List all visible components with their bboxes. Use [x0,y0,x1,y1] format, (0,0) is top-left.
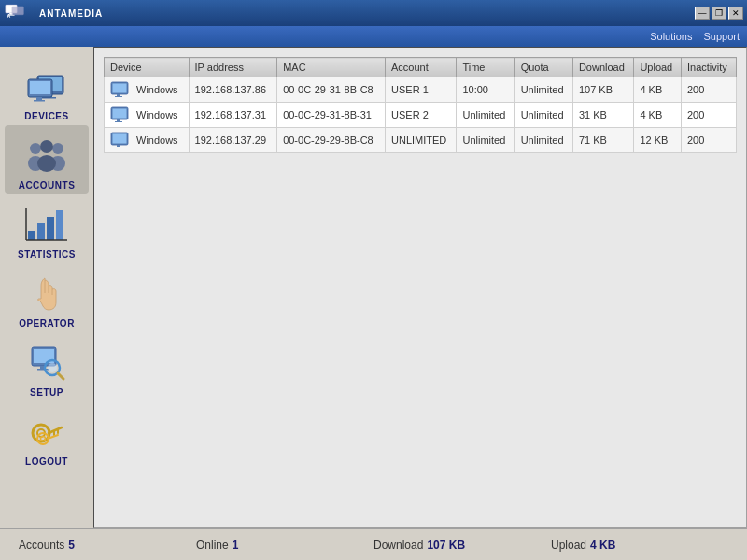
cell-download: 107 KB [572,77,633,103]
svg-point-19 [37,155,56,172]
svg-rect-11 [30,81,50,94]
sidebar-label-devices: DEVICES [24,111,68,121]
upload-value: 4 KB [590,539,615,552]
svg-rect-22 [47,217,54,240]
window-controls[interactable]: — ❐ ✕ [695,7,743,20]
sidebar-label-setup: SETUP [30,387,63,398]
svg-point-14 [30,143,41,154]
svg-point-18 [40,140,53,153]
table-row[interactable]: Windows192.168.137.3100-0C-29-31-8B-31US… [105,103,737,128]
sidebar-item-logout[interactable]: LOGOUT [5,401,89,470]
sidebar-item-devices[interactable]: DEVICES [5,56,89,125]
logout-icon [24,409,69,454]
restore-button[interactable]: ❐ [712,7,726,20]
accounts-label: Accounts [19,539,64,552]
download-label: Download [374,539,423,552]
accounts-value: 5 [68,539,75,552]
status-upload: Upload 4 KB [551,539,728,552]
devices-table: Device IP address MAC Account Time Quota… [104,57,737,153]
svg-rect-46 [113,109,127,119]
svg-rect-44 [115,96,122,97]
cell-download: 71 KB [572,128,633,153]
svg-rect-29 [37,369,49,371]
cell-upload: 12 KB [634,128,682,153]
cell-quota: Unlimited [514,77,572,103]
content-area: Device IP address MAC Account Time Quota… [93,47,747,528]
table-header-row: Device IP address MAC Account Time Quota… [105,58,737,77]
svg-rect-43 [117,94,120,96]
close-button[interactable]: ✕ [728,7,743,20]
cell-device: Windows [105,77,190,103]
status-bar: Accounts 5 Online 1 Download 107 KB Uplo… [0,528,747,560]
svg-line-32 [58,373,63,379]
download-value: 107 KB [427,539,465,552]
upload-label: Upload [551,539,586,552]
cell-ip: 192.168.137.31 [189,103,277,128]
svg-rect-52 [115,147,122,147]
col-time: Time [457,58,514,77]
operator-icon [24,271,69,315]
accounts-icon [24,133,69,177]
cell-quota: Unlimited [514,103,572,128]
sidebar-label-logout: LOGOUT [25,456,68,467]
svg-text:A: A [7,13,11,19]
cell-time: 10:00 [457,77,514,103]
svg-point-16 [52,143,63,154]
cell-quota: Unlimited [514,128,572,153]
cell-mac: 00-0C-29-29-8B-C8 [277,128,386,153]
cell-account: UNLIMITED [386,128,457,153]
status-download: Download 107 KB [374,539,551,552]
col-upload: Upload [634,58,682,77]
cell-inactivity: 200 [681,103,736,128]
minimize-button[interactable]: — [695,7,710,20]
col-inactivity: Inactivity [681,58,736,77]
sidebar-label-statistics: STATISTICS [18,249,76,259]
title-bar-left: A ANTAMEDIA [4,3,103,23]
sidebar-label-accounts: ACCOUNTS [19,180,76,190]
table-row[interactable]: Windows192.168.137.2900-0C-29-29-8B-C8UN… [105,128,737,153]
col-quota: Quota [514,58,572,77]
svg-rect-12 [36,97,42,100]
sidebar-item-setup[interactable]: SETUP [5,332,89,401]
svg-point-39 [41,437,46,441]
setup-icon [24,340,69,385]
svg-rect-4 [12,7,23,15]
col-mac: MAC [277,58,386,77]
cell-ip: 192.168.137.86 [189,77,277,103]
cell-download: 31 KB [572,103,633,128]
svg-rect-47 [117,119,120,121]
status-online: Online 1 [196,539,374,552]
nav-support[interactable]: Support [703,31,740,42]
svg-rect-21 [37,223,45,240]
col-device: Device [105,58,190,77]
cell-time: Unlimited [457,128,514,153]
svg-rect-48 [115,121,122,122]
sidebar-item-operator[interactable]: OPERATOR [5,263,89,332]
antamedia-logo-icon: A [4,2,34,24]
col-account: Account [386,58,457,77]
brand-name: ANTAMEDIA [39,8,103,19]
sidebar-label-operator: OPERATOR [19,318,75,329]
svg-point-31 [48,363,57,372]
table-row[interactable]: Windows192.168.137.8600-0C-29-31-8B-C8US… [105,77,737,103]
app-logo: A [4,3,34,23]
cell-ip: 192.168.137.29 [189,128,277,153]
svg-rect-13 [34,100,45,102]
col-ip: IP address [189,58,277,77]
cell-time: Unlimited [457,103,514,128]
cell-account: USER 1 [386,77,457,103]
statistics-icon [24,202,69,246]
cell-account: USER 2 [386,103,457,128]
status-accounts: Accounts 5 [19,539,196,552]
svg-rect-42 [113,84,127,93]
cell-mac: 00-0C-29-31-8B-31 [277,103,386,128]
nav-solutions[interactable]: Solutions [650,31,692,42]
cell-inactivity: 200 [681,128,736,153]
sidebar-item-accounts[interactable]: ACCOUNTS [5,125,89,194]
computers-icon [24,63,69,108]
cell-device: Windows [105,128,190,153]
cell-mac: 00-0C-29-31-8B-C8 [277,77,386,103]
svg-rect-23 [56,210,63,240]
svg-rect-20 [28,231,35,240]
sidebar-item-statistics[interactable]: STATISTICS [5,194,89,263]
